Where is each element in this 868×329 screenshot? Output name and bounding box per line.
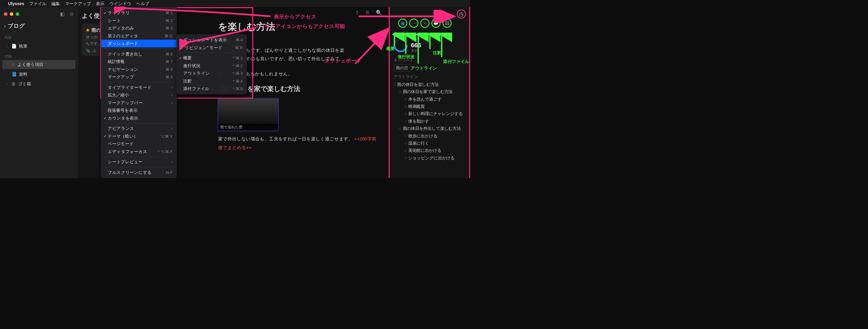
star-icon: ☆ (11, 62, 15, 67)
submenu-item[interactable]: 進行状況^ ⌘ 2 (177, 62, 247, 69)
search-icon[interactable]: 🔍 (376, 9, 382, 16)
submenu-item[interactable]: ✓ダッシュボードを表示⌘ 4 (177, 36, 247, 44)
editor-image[interactable]: 雨で濡れた窓 (218, 98, 278, 131)
dashboard-tab-outline[interactable]: ≡ (420, 19, 429, 28)
menu-view[interactable]: 表示 (96, 1, 104, 6)
menu-markup[interactable]: マークアップ (65, 1, 91, 6)
outline-item[interactable]: 新しい料理にチャレンジする (394, 110, 465, 117)
menu-item[interactable]: 第２のエディタ⌘ O (101, 32, 176, 39)
progress-label: 目標まで (411, 37, 424, 42)
editor-paragraph[interactable]: 家で外出しない場合も、工夫をすれば一日を楽しく過ごせます。 ++200字前後でま… (218, 135, 379, 152)
outline-item[interactable]: ショッピングに出かける (394, 154, 465, 162)
progress-gauge-icon (391, 35, 411, 55)
close-window-button[interactable] (4, 12, 7, 16)
outline-item[interactable]: 美術館に出かける (394, 147, 465, 154)
menu-item[interactable]: クイック書き出し⌘ 6 (101, 50, 176, 58)
menu-item[interactable]: 拡大／縮小› (101, 91, 176, 99)
outline-item[interactable]: 体を動かす (394, 117, 465, 125)
menu-item[interactable]: ✓カウンタを表示 (101, 114, 176, 122)
sidebar-item-trash[interactable]: ›🗑 ゴミ箱 (2, 79, 75, 88)
editor-toolbar: ⇧ ⎘ 🔍 (355, 9, 382, 16)
submenu-item[interactable]: 添付ファイル^ ⌘ 5 (177, 85, 247, 92)
sidebar-item-label: 執筆 (19, 44, 27, 49)
menu-item[interactable]: ✓ライブラリ⌘ 1 (101, 9, 176, 17)
dashboard-tab-attachments[interactable]: 🖼 (442, 19, 452, 28)
menu-edit[interactable]: 編集 (52, 1, 60, 6)
sidebar-item-label: よく使う項目 (18, 62, 43, 67)
dashboard-tab-overview[interactable]: ▦ (398, 19, 407, 28)
add-keyword-button[interactable]: + (461, 58, 465, 62)
outline-list: 雨の休日を楽しむ方法雨の休日を家で楽しむ方法本を読んで過ごす映画鑑賞新しい料理に… (394, 81, 465, 162)
dashboard-submenu-dropdown: ✓ダッシュボードを表示⌘ 4"リビジョン" モード⌘ R✓概要^ ⌘ 1進行状況… (177, 34, 247, 94)
document-icon: 📄 (11, 44, 17, 49)
share-icon[interactable]: ⇧ (355, 9, 360, 16)
menu-item[interactable]: ページモード (101, 140, 176, 148)
image-icon: 🏞 (92, 49, 96, 53)
dashboard-section-title: キーワード (394, 58, 414, 63)
menu-file[interactable]: ファイル (29, 1, 47, 6)
menu-item[interactable]: エディタフォーカス^ ⌥⌘ F (101, 148, 176, 155)
sidebar-item-favorites[interactable]: ☆ よく使う項目 (2, 60, 75, 69)
sidebar-section-content: 内容 (0, 33, 78, 41)
menu-item[interactable]: ナビゲーション⌘ 8 (101, 65, 176, 73)
menu-item[interactable]: フルスクリーンにするfn F (101, 169, 176, 176)
menu-item[interactable]: シートプレビュー› (101, 158, 176, 166)
submenu-item[interactable]: ✓概要^ ⌘ 1 (177, 54, 247, 62)
gauge-meter-icon[interactable]: ◷ (457, 9, 466, 18)
menu-item[interactable]: ダッシュボード› (101, 40, 176, 47)
outline-item[interactable]: 雨の休日を外出して楽しむ方法 (394, 125, 465, 132)
menubar: Ulysses ファイル 編集 マークアップ 表示 ウインドウ ヘルプ (0, 0, 470, 7)
menu-item[interactable]: マークアップ⌘ 9 (101, 73, 176, 81)
dashboard-tab-progress[interactable]: 〰 (409, 19, 418, 28)
dashboard-panel: ◷ ▦ 〰 ≡ 💬 🖼 進行状況 目標まで 666 文字 キーワード + 雨の日… (389, 7, 470, 179)
sidebar-section-appendix: 付録 (0, 51, 78, 59)
more-icon[interactable]: ⊙ (70, 11, 74, 17)
sidebar-title: ブログ (8, 22, 25, 30)
submenu-item[interactable]: アウトライン^ ⌘ 3 (177, 70, 247, 77)
sidebar-item-materials[interactable]: 📘 資料 (2, 70, 75, 79)
menu-item[interactable]: アピアランス› (101, 125, 176, 132)
image-caption: 雨で濡れた窓 (218, 124, 278, 131)
menu-item[interactable]: タイプライターモード› (101, 83, 176, 91)
dashboard-tab-annotations[interactable]: 💬 (431, 19, 440, 28)
fullscreen-window-button[interactable] (16, 12, 19, 16)
menu-item[interactable]: エディタのみ⌘ 3 (101, 24, 176, 32)
sidebar-item-label: 資料 (19, 72, 27, 77)
menu-item[interactable]: シート⌘ 2 (101, 17, 176, 24)
sidebar-toggle-icon[interactable]: ◧ (60, 11, 65, 17)
outline-item[interactable]: 雨の休日を楽しむ方法 (394, 81, 465, 88)
submenu-item[interactable]: "リビジョン" モード⌘ R (177, 44, 247, 51)
outline-item[interactable]: 温泉に行く (394, 139, 465, 147)
library-sidebar: ◧ ⊙ ‹ ブログ 内容 ›📄 執筆 付録 ☆ よく使う項目 📘 資料 ›🗑 ゴ… (0, 7, 78, 179)
progress-value: 666 (411, 42, 424, 49)
keyword-tag[interactable]: 雨の日 (394, 64, 410, 72)
menu-item[interactable]: マークアップバー› (101, 99, 176, 106)
menu-window[interactable]: ウインドウ (110, 1, 131, 6)
attachment-icon: 📎 (86, 49, 90, 53)
outline-item[interactable]: 雨の休日を家で楽しむ方法 (394, 88, 465, 95)
document-icon: 📘 (11, 72, 17, 77)
sidebar-item-label: ゴミ箱 (18, 81, 31, 87)
favorite-star-icon: ★ (86, 27, 90, 33)
dashboard-section-title: 進行状況 (394, 31, 465, 36)
menu-item[interactable]: 段落番号を表示 (101, 107, 176, 114)
outline-item[interactable]: 映画鑑賞 (394, 103, 465, 110)
outline-item[interactable]: 本を読んで過ごす (394, 95, 465, 103)
menu-item[interactable]: 統計情報⌘ 7 (101, 58, 176, 65)
back-chevron-icon[interactable]: ‹ (4, 23, 6, 29)
editor-heading-1[interactable]: を楽しむ方法 (218, 20, 379, 33)
dashboard-section-title: アウトライン (394, 74, 465, 79)
sheet-card-title: 雨の (91, 27, 101, 33)
submenu-item[interactable]: 注釈^ ⌘ 4 (177, 77, 247, 85)
window-controls: ◧ ⊙ (0, 9, 78, 19)
export-icon[interactable]: ⎘ (366, 9, 369, 16)
dashboard-tabs: ▦ 〰 ≡ 💬 🖼 (398, 19, 465, 28)
menu-help[interactable]: ヘルプ (136, 1, 150, 6)
menu-item[interactable]: ✓テーマ（暗い）⌥⌘ X (101, 132, 176, 140)
sidebar-item-writing[interactable]: ›📄 執筆 (2, 42, 75, 51)
minimize-window-button[interactable] (10, 12, 13, 16)
view-menu-dropdown: ✓ライブラリ⌘ 1シート⌘ 2エディタのみ⌘ 3第２のエディタ⌘ Oダッシュボー… (101, 7, 177, 178)
app-menu[interactable]: Ulysses (8, 1, 24, 6)
progress-gauge-row: 目標まで 666 文字 (394, 37, 465, 53)
outline-item[interactable]: 散歩に出かける (394, 132, 465, 139)
